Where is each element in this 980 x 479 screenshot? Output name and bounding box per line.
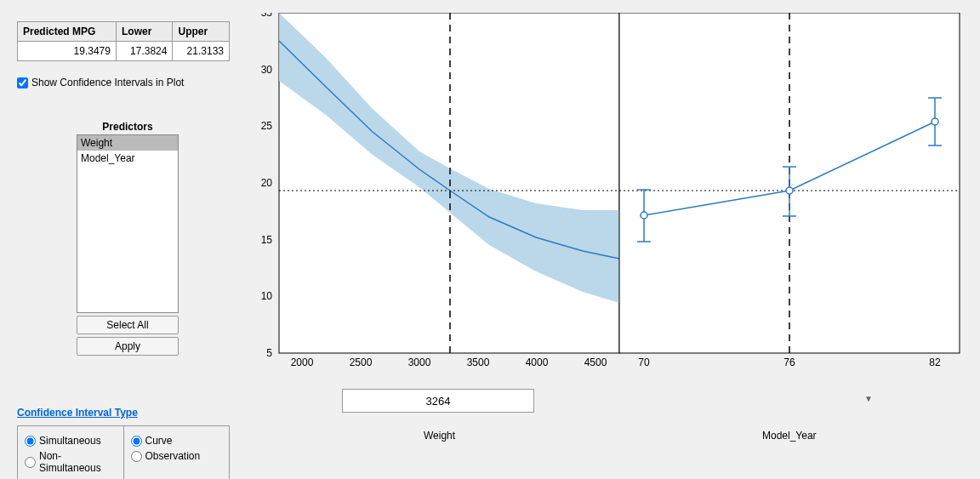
svg-text:30: 30 (261, 64, 273, 76)
predictor-listbox[interactable]: Weight Model_Year (77, 134, 179, 313)
select-all-button[interactable]: Select All (77, 316, 179, 334)
svg-text:35: 35 (261, 13, 273, 19)
prediction-table: Predicted MPG Lower Upper 19.3479 17.382… (17, 21, 230, 61)
svg-text:20: 20 (261, 177, 273, 189)
svg-text:10: 10 (261, 290, 273, 302)
svg-text:3500: 3500 (467, 356, 490, 368)
svg-point-30 (932, 118, 938, 125)
svg-text:4500: 4500 (584, 356, 607, 368)
prediction-plot: 2000 2500 3000 3500 4000 4500 5 10 15 20… (254, 13, 966, 379)
table-cell: 19.3479 (18, 42, 117, 61)
curve-radio[interactable] (131, 436, 142, 447)
svg-text:2500: 2500 (350, 356, 373, 368)
radio-label: Curve (145, 435, 173, 447)
ci-type-link[interactable]: Confidence Interval Type (17, 407, 238, 419)
svg-point-28 (641, 212, 647, 219)
svg-text:3000: 3000 (408, 356, 431, 368)
table-header: Lower (116, 22, 173, 42)
table-header: Upper (173, 22, 230, 42)
svg-text:5: 5 (266, 347, 272, 359)
table-cell: 21.3133 (173, 42, 230, 61)
show-ci-checkbox[interactable] (17, 77, 28, 88)
svg-text:4000: 4000 (526, 356, 549, 368)
non-simultaneous-radio[interactable] (25, 457, 36, 468)
apply-button[interactable]: Apply (77, 337, 179, 356)
observation-radio[interactable] (131, 451, 142, 462)
table-cell: 17.3824 (116, 42, 173, 61)
radio-label: Observation (145, 450, 201, 462)
svg-text:25: 25 (261, 120, 273, 132)
svg-text:70: 70 (638, 356, 650, 368)
x-axis-label-weight: Weight (424, 430, 455, 442)
svg-point-29 (786, 187, 793, 194)
svg-text:15: 15 (261, 234, 273, 246)
radio-label: Non-Simultaneous (39, 450, 117, 474)
svg-text:82: 82 (929, 356, 941, 368)
weight-input[interactable] (342, 389, 534, 413)
show-ci-label: Show Confidence Intervals in Plot (31, 77, 184, 88)
svg-text:2000: 2000 (291, 356, 314, 368)
table-header: Predicted MPG (18, 22, 117, 42)
predictors-title: Predictors (77, 121, 179, 133)
svg-text:76: 76 (783, 356, 795, 368)
simultaneous-radio[interactable] (25, 436, 36, 447)
x-axis-label-year: Model_Year (762, 430, 817, 442)
list-item[interactable]: Model_Year (77, 151, 178, 166)
radio-label: Simultaneous (39, 435, 101, 447)
list-item[interactable]: Weight (77, 135, 178, 151)
ci-type-panel: Simultaneous Non-Simultaneous Curve Obse… (17, 425, 230, 479)
